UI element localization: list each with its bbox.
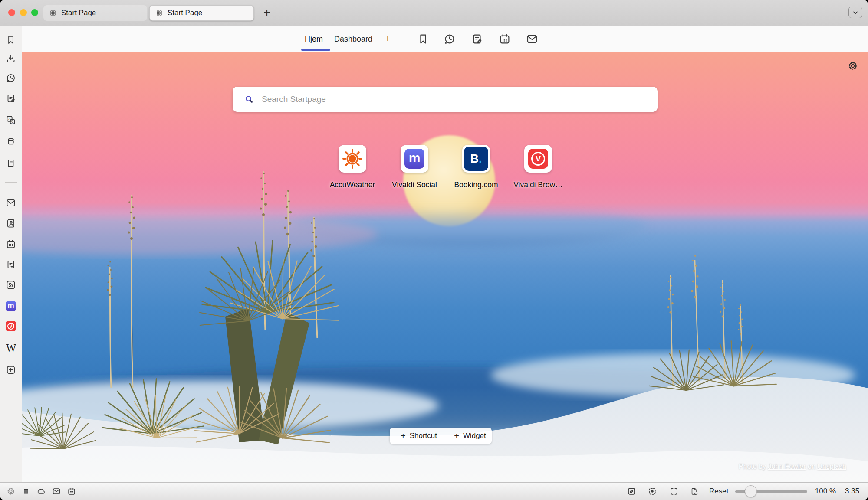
page-actions-icon[interactable] [690, 487, 699, 496]
vivaldi-social-tile: m [401, 145, 428, 173]
speed-dial-label: AccuWeather [330, 180, 375, 190]
search-bar [233, 87, 658, 112]
status-bar: Reset 100 % 3:35: [0, 482, 868, 500]
mail-status-icon[interactable] [52, 487, 61, 496]
nav-tab-dashboard[interactable]: Dashboard [334, 26, 372, 52]
speed-dial-booking[interactable]: B. Booking.com [441, 145, 511, 190]
screen-capture-icon[interactable] [648, 487, 657, 496]
accuweather-tile [339, 145, 366, 173]
start-page-content: AccuWeather m Vivaldi Social B. Booking.… [22, 52, 868, 482]
unsplash-link[interactable]: Unsplash [817, 463, 846, 470]
speed-dial-label: Vivaldi Social [392, 180, 437, 190]
bookmarks-icon[interactable] [417, 33, 430, 46]
accuweather-sun-icon [342, 148, 363, 169]
calendar-panel-icon[interactable] [5, 239, 16, 250]
speed-dial-label: Booking.com [454, 180, 498, 190]
search-input[interactable] [261, 94, 658, 105]
chevron-down-icon [852, 9, 859, 16]
settings-gear-icon[interactable] [6, 487, 16, 496]
reading-list-panel-icon[interactable] [5, 158, 16, 169]
browser-window: Start Page Start Page + Hjem Dashboard + [0, 0, 868, 500]
tab-label: Start Page [168, 9, 202, 17]
vivaldi-logo-icon: V [528, 149, 548, 169]
minimize-window-button[interactable] [20, 9, 27, 16]
closed-tabs-dropdown-button[interactable] [848, 7, 862, 18]
vivaldi-browser-tile: V [524, 145, 552, 173]
status-clock[interactable]: 3:35: [845, 487, 868, 496]
plus-icon: + [263, 6, 270, 20]
speed-dial-label: Vivaldi Brow… [513, 180, 562, 190]
tasks-panel-icon[interactable] [5, 259, 16, 270]
contacts-panel-icon[interactable] [5, 218, 16, 229]
panel-sidebar: A文 m V W [0, 26, 22, 482]
tab-start-page-2[interactable]: Start Page [149, 5, 254, 21]
feeds-panel-icon[interactable] [5, 279, 16, 291]
booking-logo-icon: B. [464, 147, 488, 171]
mastodon-web-panel-icon[interactable]: m [6, 301, 16, 311]
zoom-window-button[interactable] [31, 9, 38, 16]
add-shortcut-button[interactable]: + Shortcut [390, 428, 448, 444]
mail-panel-icon[interactable] [5, 197, 16, 209]
booking-tile: B. [462, 145, 490, 173]
bookmarks-panel-icon[interactable] [5, 34, 16, 46]
calendar-icon[interactable] [498, 33, 511, 46]
active-tab-underline [301, 49, 330, 51]
speed-dial-vivaldi-browser[interactable]: V Vivaldi Brow… [503, 145, 573, 190]
add-page-button[interactable]: + [385, 26, 391, 52]
tab-label: Start Page [61, 9, 96, 17]
speed-dial-vivaldi-social[interactable]: m Vivaldi Social [380, 145, 449, 190]
notes-icon[interactable] [470, 33, 483, 46]
tile-pages-icon[interactable] [669, 487, 679, 496]
zoom-level-value: 100 % [807, 487, 836, 496]
speed-dial-grid-icon [49, 10, 56, 16]
translate-panel-icon[interactable]: A文 [5, 114, 16, 126]
search-icon [244, 94, 254, 105]
start-page-overlay: AccuWeather m Vivaldi Social B. Booking.… [22, 52, 868, 482]
calendar-status-icon[interactable] [67, 487, 76, 496]
notes-panel-icon[interactable] [5, 93, 16, 104]
speed-dial-grid-icon [156, 10, 163, 16]
add-web-panel-icon[interactable] [5, 364, 16, 376]
speed-dial-accuweather[interactable]: AccuWeather [318, 145, 387, 190]
sidebar-divider [5, 182, 17, 183]
add-bar: + Shortcut + Widget [390, 428, 492, 444]
history-icon[interactable] [443, 33, 456, 46]
window-resize-icon[interactable] [627, 487, 636, 496]
sessions-panel-icon[interactable] [5, 136, 16, 147]
downloads-panel-icon[interactable] [5, 53, 16, 64]
history-panel-icon[interactable] [5, 72, 16, 84]
plus-icon: + [401, 431, 406, 441]
tab-start-page-1[interactable]: Start Page [43, 5, 147, 21]
add-widget-button[interactable]: + Widget [448, 428, 492, 444]
mail-icon[interactable] [526, 33, 539, 46]
break-mode-pause-icon[interactable] [21, 487, 31, 496]
photo-author-link[interactable]: John Fowler [768, 463, 806, 470]
wikipedia-web-panel-icon[interactable]: W [0, 342, 22, 354]
nav-tab-home[interactable]: Hjem [305, 26, 323, 52]
zoom-reset-button[interactable]: Reset [709, 487, 728, 496]
close-window-button[interactable] [8, 9, 15, 16]
tab-bar: Start Page Start Page + [0, 0, 868, 26]
start-page-navigation: Hjem Dashboard + [0, 26, 868, 52]
vivaldi-web-panel-icon[interactable]: V [6, 321, 16, 331]
mastodon-logo-icon: m [404, 149, 424, 169]
zoom-slider-knob[interactable] [745, 485, 757, 497]
svg-text:文: 文 [11, 120, 14, 124]
photo-credit: Photo by John Fowler on Unsplash [739, 463, 846, 471]
plus-icon: + [454, 431, 459, 441]
plus-icon: + [385, 33, 391, 45]
sync-cloud-icon[interactable] [36, 487, 46, 496]
page-settings-gear-icon[interactable] [847, 60, 858, 72]
new-tab-button[interactable]: + [260, 6, 273, 19]
